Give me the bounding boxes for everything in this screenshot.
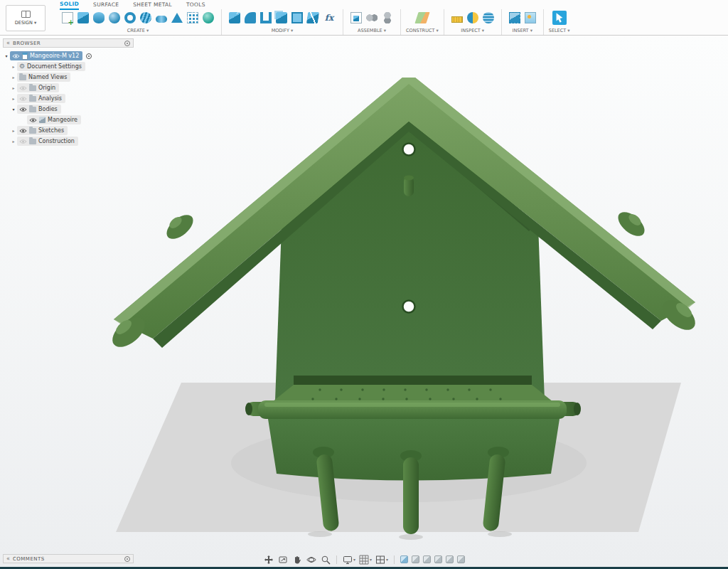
browser-item-document-settings[interactable]: ⚙ Document Settings [3,62,134,71]
scene-option-icon-1[interactable] [400,555,408,563]
group-insert: INSERT [504,9,541,33]
group-label-construct[interactable]: CONSTRUCT [406,28,439,33]
offset-face-icon[interactable] [291,12,303,23]
expander-icon[interactable] [10,96,17,101]
construction-plane-icon[interactable] [414,12,429,23]
expander-icon[interactable] [10,139,17,144]
panel-menu-icon[interactable] [124,556,130,562]
group-label-insert[interactable]: INSERT [513,28,532,33]
select-cursor-icon[interactable] [552,11,567,25]
insert-mesh-icon[interactable] [509,12,520,23]
eave-curl-left-mid [162,211,197,244]
browser-tree: Mangeoire-M v12 ⚙ Document Settings Name… [3,51,134,146]
ribbon-tabs: SOLID SURFACE SHEET METAL TOOLS [60,1,205,9]
browser-item-label: Document Settings [27,63,82,70]
expander-icon[interactable] [10,85,17,90]
viewports-icon[interactable] [375,555,388,565]
scene-option-icon-5[interactable] [446,555,454,563]
expander-icon[interactable] [10,107,17,112]
orbit-icon[interactable] [306,554,316,565]
scene-option-icon-4[interactable] [434,555,442,563]
browser-item-sketches[interactable]: Sketches [3,126,134,135]
browser-item-label: Mangeoire-M v12 [30,53,79,59]
parameters-fx-icon[interactable]: fx [323,12,336,23]
decal-icon[interactable] [525,12,536,23]
look-at-icon[interactable] [277,554,288,565]
tab-sheet-metal[interactable]: SHEET METAL [133,1,172,9]
expander-icon[interactable] [10,75,17,80]
press-pull-icon[interactable] [229,12,240,23]
prism-icon[interactable] [171,13,183,23]
comments-panel: « COMMENTS [3,554,134,563]
gear-icon: ⚙ [19,63,25,70]
group-inspect: INSPECT [446,9,499,33]
collapse-panel-icon[interactable]: « [6,555,10,563]
create-sketch-icon[interactable] [62,12,73,23]
pipe-icon[interactable] [156,16,167,23]
pattern-icon[interactable] [187,12,198,23]
combine-icon[interactable] [276,12,287,23]
group-label-assemble[interactable]: ASSEMBLE [358,28,386,33]
section-analysis-icon[interactable] [467,12,478,23]
group-modify: fx MODIFY [224,9,341,33]
create-form-icon[interactable] [203,12,214,23]
group-label-select[interactable]: SELECT [549,28,570,33]
comments-header[interactable]: « COMMENTS [3,554,134,563]
tab-surface[interactable]: SURFACE [93,1,119,9]
expander-icon[interactable] [10,128,17,133]
eye-icon[interactable] [19,107,27,112]
browser-item-analysis[interactable]: Analysis [3,94,134,103]
measure-icon[interactable] [451,16,463,23]
joint-icon[interactable] [366,12,378,23]
group-label-modify[interactable]: MODIFY [272,28,294,33]
browser-item-mangeoire-body[interactable]: Mangeoire [3,115,134,124]
coil-icon[interactable] [140,12,151,23]
browser-item-origin[interactable]: Origin [3,83,134,92]
eye-icon[interactable] [19,96,27,102]
toolbar-separator [343,9,343,35]
eye-icon[interactable] [19,139,27,144]
sphere-icon[interactable] [109,12,120,23]
browser-header[interactable]: « BROWSER [3,38,134,48]
group-label-create[interactable]: CREATE [127,28,149,33]
eye-icon[interactable] [19,128,27,134]
cylinder-icon[interactable] [93,12,105,23]
scene-option-icon-3[interactable] [423,555,431,563]
workspace-design-button[interactable]: DESIGN [6,5,46,31]
fillet-icon[interactable] [245,12,256,23]
zoom-icon[interactable] [320,554,331,565]
eye-icon[interactable] [29,117,37,123]
torus-icon[interactable] [124,12,136,23]
browser-item-root[interactable]: Mangeoire-M v12 [3,51,134,60]
expander-icon[interactable] [10,64,17,69]
tab-solid[interactable]: SOLID [60,1,79,10]
pan-hand-icon[interactable] [291,554,302,565]
tab-tools[interactable]: TOOLS [186,1,205,9]
eye-icon[interactable] [19,85,27,91]
collapse-panel-icon[interactable]: « [6,40,10,47]
browser-title: BROWSER [13,41,122,46]
eye-icon[interactable] [12,53,20,59]
split-body-icon[interactable] [306,12,319,23]
curvature-analysis-icon[interactable] [483,12,494,23]
document-icon [22,53,28,60]
browser-item-named-views[interactable]: Named Views [3,73,134,82]
group-label-inspect[interactable]: INSPECT [461,28,484,33]
folder-icon [29,107,36,112]
browser-item-label: Named Views [28,74,67,80]
grid-snap-icon[interactable] [359,555,372,565]
as-built-joint-icon[interactable] [382,12,393,23]
expander-icon[interactable] [3,53,10,58]
browser-item-construction[interactable]: Construction [3,137,134,146]
scene-option-icon-6[interactable] [457,555,465,563]
browser-item-bodies[interactable]: Bodies [3,105,134,114]
shell-icon[interactable] [260,12,272,23]
scene-option-icon-2[interactable] [412,555,419,563]
move-icon[interactable] [263,554,274,565]
browser-item-label: Mangeoire [48,117,77,123]
new-component-icon[interactable] [350,12,362,23]
box-icon[interactable] [77,12,89,23]
panel-menu-icon[interactable] [124,41,130,46]
activate-component-radio[interactable] [86,53,92,59]
display-settings-icon[interactable] [343,555,355,565]
